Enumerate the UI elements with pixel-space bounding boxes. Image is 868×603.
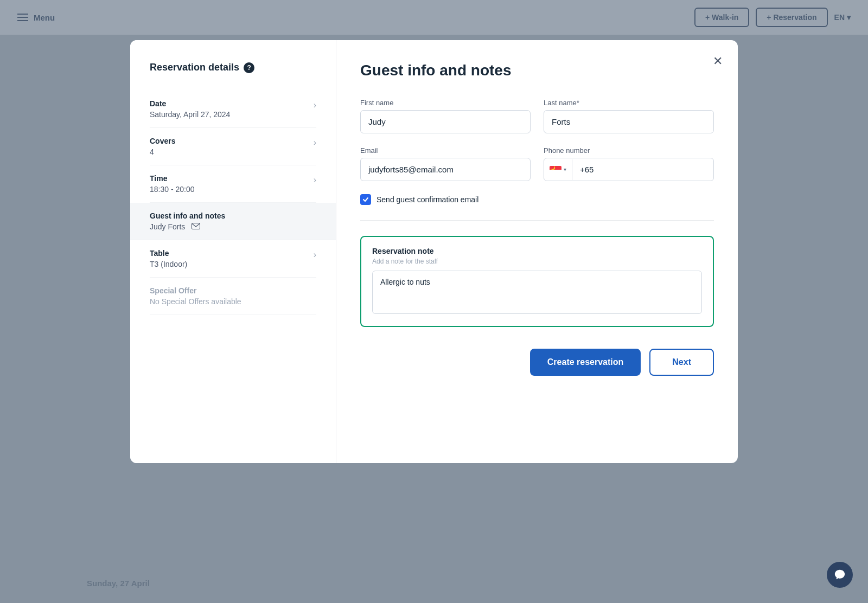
- phone-group: Phone number ▾: [544, 146, 714, 181]
- note-subtitle: Add a note for the staff: [372, 258, 702, 265]
- sidebar-item-time[interactable]: Time 18:30 - 20:00 ›: [150, 165, 316, 203]
- date-label: Date: [150, 99, 230, 108]
- chevron-right-icon: ›: [314, 250, 316, 260]
- divider: [360, 220, 714, 221]
- email-label: Email: [360, 146, 531, 155]
- phone-input-wrapper: ▾: [544, 158, 714, 181]
- sidebar-item-special-offer: Special Offer No Special Offers availabl…: [150, 278, 316, 315]
- special-offer-label: Special Offer: [150, 286, 241, 295]
- flag-singapore: [550, 166, 561, 174]
- modal-overlay: Reservation details ? Date Saturday, Apr…: [0, 0, 868, 603]
- last-name-label: Last name*: [544, 99, 714, 107]
- phone-country-selector[interactable]: ▾: [544, 159, 572, 180]
- special-offer-value: No Special Offers available: [150, 297, 241, 306]
- email-input[interactable]: [360, 158, 531, 181]
- send-confirmation-label: Send guest confirmation email: [376, 195, 478, 204]
- table-label: Table: [150, 249, 187, 258]
- contact-row: Email Phone number ▾: [360, 146, 714, 181]
- name-row: First name Last name*: [360, 99, 714, 133]
- sidebar-item-covers[interactable]: Covers 4 ›: [150, 128, 316, 165]
- close-button[interactable]: ✕: [713, 55, 723, 67]
- chat-bubble-button[interactable]: [827, 562, 853, 588]
- time-value: 18:30 - 20:00: [150, 185, 195, 194]
- sidebar-item-guest-info[interactable]: Guest info and notes Judy Forts: [130, 203, 336, 240]
- create-reservation-button[interactable]: Create reservation: [530, 349, 641, 376]
- modal-sidebar: Reservation details ? Date Saturday, Apr…: [130, 40, 336, 463]
- phone-label: Phone number: [544, 146, 714, 155]
- send-confirmation-checkbox[interactable]: [360, 194, 371, 205]
- chevron-right-icon: ›: [314, 175, 316, 185]
- next-button[interactable]: Next: [649, 349, 714, 376]
- last-name-input[interactable]: [544, 110, 714, 133]
- help-icon[interactable]: ?: [244, 62, 254, 73]
- note-title: Reservation note: [372, 247, 702, 255]
- chevron-right-icon: ›: [314, 138, 316, 147]
- covers-value: 4: [150, 147, 175, 156]
- time-label: Time: [150, 174, 195, 183]
- first-name-input[interactable]: [360, 110, 531, 133]
- confirmation-email-row[interactable]: Send guest confirmation email: [360, 194, 714, 205]
- modal-footer: Create reservation Next: [360, 349, 714, 376]
- sidebar-title-text: Reservation details: [150, 62, 239, 73]
- sidebar-item-date[interactable]: Date Saturday, April 27, 2024 ›: [150, 91, 316, 128]
- guest-info-label: Guest info and notes: [150, 211, 225, 220]
- phone-number-input[interactable]: [572, 158, 713, 181]
- note-textarea[interactable]: Allergic to nuts: [372, 271, 702, 314]
- last-name-group: Last name*: [544, 99, 714, 133]
- guest-info-value: Judy Forts: [150, 222, 225, 231]
- modal-main: ✕ Guest info and notes First name Last n…: [336, 40, 738, 463]
- chat-icon: [834, 569, 846, 581]
- checkmark-icon: [362, 196, 369, 203]
- chevron-right-icon: ›: [314, 100, 316, 110]
- date-value: Saturday, April 27, 2024: [150, 110, 230, 119]
- reservation-note-section: Reservation note Add a note for the staf…: [360, 236, 714, 327]
- email-icon: [192, 222, 200, 231]
- main-title: Guest info and notes: [360, 62, 714, 79]
- sidebar-title: Reservation details ?: [150, 62, 316, 73]
- table-value: T3 (Indoor): [150, 260, 187, 268]
- sidebar-item-table[interactable]: Table T3 (Indoor) ›: [150, 240, 316, 278]
- first-name-label: First name: [360, 99, 531, 107]
- first-name-group: First name: [360, 99, 531, 133]
- reservation-modal: Reservation details ? Date Saturday, Apr…: [130, 40, 738, 463]
- email-group: Email: [360, 146, 531, 181]
- covers-label: Covers: [150, 137, 175, 145]
- chevron-down-icon: ▾: [564, 166, 566, 172]
